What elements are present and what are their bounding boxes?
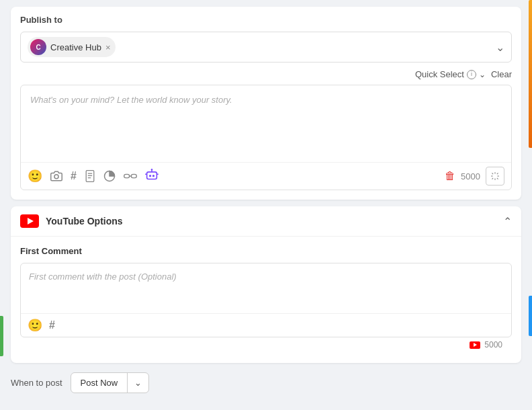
comment-emoji-icon[interactable]: 🙂: [28, 318, 42, 333]
link-icon[interactable]: [124, 171, 137, 181]
comment-textarea-wrapper: 🙂 #: [20, 263, 512, 337]
comment-toolbar: 🙂 #: [21, 313, 511, 337]
channel-avatar: C: [30, 39, 46, 55]
comment-char-row: 5000: [20, 337, 512, 354]
magic-button[interactable]: [486, 167, 504, 186]
when-to-post-label: When to post: [11, 378, 62, 388]
publish-to-header: Publish to: [20, 15, 512, 25]
right-accent-blue-bar: [529, 296, 532, 336]
post-now-text: Post Now: [71, 373, 128, 393]
char-count: 5000: [461, 171, 480, 181]
svg-point-11: [152, 175, 154, 177]
first-comment-label: First Comment: [20, 246, 512, 256]
page-container: Publish to C Creative Hub × ⌄ Quick Sele…: [0, 0, 532, 410]
camera-icon[interactable]: [50, 170, 62, 182]
document-icon[interactable]: [85, 170, 95, 182]
youtube-body: First Comment 🙂 # 5000: [11, 237, 521, 363]
youtube-card: YouTube Options ⌃ First Comment 🙂 # 5000: [11, 206, 521, 363]
when-to-post-row: When to post Post Now ⌄: [11, 371, 521, 395]
svg-line-23: [497, 173, 498, 174]
clear-button[interactable]: Clear: [491, 69, 512, 79]
comment-textarea[interactable]: [21, 263, 511, 311]
svg-line-22: [492, 178, 493, 179]
svg-point-13: [151, 169, 152, 170]
quick-select-label[interactable]: Quick Select i ⌄: [415, 69, 486, 79]
chart-icon[interactable]: [103, 170, 116, 182]
channel-close-icon[interactable]: ×: [105, 43, 111, 52]
youtube-header-left: YouTube Options: [20, 214, 123, 228]
svg-line-18: [492, 173, 493, 174]
info-icon: i: [467, 70, 476, 79]
comment-char-count: 5000: [484, 340, 502, 350]
svg-rect-6: [124, 174, 130, 177]
comment-hashtag-icon[interactable]: #: [49, 319, 55, 331]
youtube-options-label: YouTube Options: [46, 216, 123, 227]
svg-rect-7: [131, 174, 136, 177]
right-accent-bar: [529, 0, 532, 148]
post-textarea-wrapper: 🙂 #: [20, 85, 512, 190]
yt-mini-logo-icon: [470, 341, 480, 349]
publish-card: Publish to C Creative Hub × ⌄ Quick Sele…: [11, 7, 521, 200]
post-toolbar-left: 🙂 #: [28, 169, 159, 184]
left-accent-bar: [0, 316, 3, 356]
channel-chevron-icon[interactable]: ⌄: [496, 41, 504, 54]
channel-name: Creative Hub: [50, 42, 101, 52]
robot-icon[interactable]: [145, 169, 159, 184]
trash-icon[interactable]: 🗑: [445, 170, 455, 182]
post-toolbar-right: 🗑 5000: [445, 167, 504, 186]
quick-select-row: Quick Select i ⌄ Clear: [20, 69, 512, 79]
svg-point-10: [149, 175, 151, 177]
svg-point-0: [54, 175, 58, 179]
emoji-icon[interactable]: 🙂: [28, 169, 42, 183]
quick-select-chevron-icon: ⌄: [479, 70, 486, 79]
channel-tag: C Creative Hub ×: [28, 37, 116, 57]
quick-select-text: Quick Select: [415, 69, 464, 79]
post-toolbar-row: 🙂 #: [21, 162, 511, 190]
hashtag-icon[interactable]: #: [71, 170, 77, 182]
youtube-logo-icon: [20, 214, 39, 228]
post-now-chevron-icon[interactable]: ⌄: [128, 373, 148, 393]
post-now-button[interactable]: Post Now ⌄: [71, 372, 150, 393]
youtube-header: YouTube Options ⌃: [11, 206, 521, 237]
post-textarea[interactable]: [21, 85, 511, 159]
svg-rect-9: [147, 171, 157, 179]
collapse-icon[interactable]: ⌃: [503, 215, 512, 228]
channel-selector[interactable]: C Creative Hub × ⌄: [20, 32, 512, 63]
svg-line-19: [497, 178, 498, 179]
